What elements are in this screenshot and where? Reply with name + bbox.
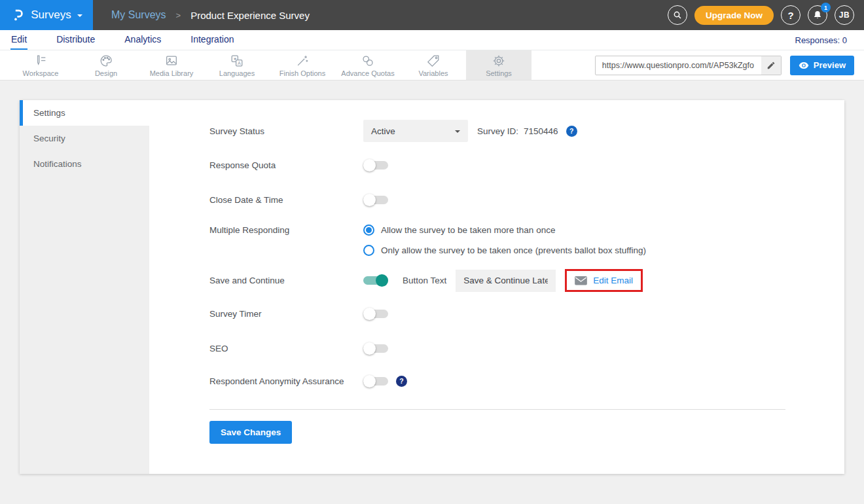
survey-status-select[interactable]: Active [363, 120, 468, 142]
multiple-responding-options: Allow the survey to be taken more than o… [363, 223, 646, 256]
chevron-down-icon [455, 130, 460, 135]
toolbar-item-label: Workspace [23, 69, 59, 77]
content-area: Settings Security Notifications Survey S… [0, 81, 864, 494]
languages-icon: ★ A [230, 54, 244, 68]
respondent-anonymity-toggle[interactable] [363, 377, 388, 386]
search-button[interactable] [668, 5, 687, 25]
toolbar-item-label: Finish Options [279, 69, 325, 77]
notifications-button[interactable]: 1 [808, 5, 827, 25]
survey-timer-label: Survey Timer [209, 309, 363, 319]
response-quota-row: Response Quota [209, 154, 785, 176]
save-and-continue-toggle[interactable] [363, 276, 388, 285]
close-date-toggle[interactable] [363, 196, 388, 204]
multiple-responding-label: Multiple Responding [209, 225, 363, 235]
button-text-input[interactable] [456, 270, 556, 292]
anonymity-help-icon[interactable]: ? [396, 376, 407, 387]
survey-url-box [595, 56, 782, 75]
toolbar-item-label: Media Library [150, 69, 194, 77]
survey-url-input[interactable] [596, 56, 761, 75]
toggle-knob [363, 375, 376, 387]
toolbar-item-media-library[interactable]: Media Library [139, 50, 204, 80]
survey-timer-row: Survey Timer [209, 302, 785, 325]
toolbar-item-settings[interactable]: Settings [466, 50, 531, 80]
chevron-down-icon [77, 14, 82, 20]
breadcrumb-my-surveys[interactable]: My Surveys [111, 9, 166, 21]
design-icon [99, 54, 113, 68]
search-icon [672, 10, 683, 20]
seo-row: SEO [209, 337, 785, 359]
tab-analytics[interactable]: Analytics [124, 30, 162, 50]
top-header: Surveys My Surveys > Product Experience … [0, 0, 864, 30]
settings-card: Settings Security Notifications Survey S… [20, 100, 844, 474]
close-date-row: Close Date & Time [209, 189, 785, 211]
edit-url-button[interactable] [761, 56, 781, 75]
finish-options-icon [295, 54, 310, 68]
toggle-knob [363, 308, 376, 320]
eye-icon [799, 62, 809, 69]
survey-status-label: Survey Status [209, 126, 363, 136]
tab-distribute[interactable]: Distribute [56, 30, 96, 50]
multiple-responding-row: Multiple Responding Allow the survey to … [209, 223, 785, 256]
media-library-icon [164, 54, 179, 68]
breadcrumb-current-survey: Product Experience Survey [190, 10, 310, 21]
toolbar-item-variables[interactable]: Variables [401, 50, 466, 80]
advance-quotas-icon [361, 54, 375, 68]
svg-text:A: A [238, 60, 241, 65]
toolbar-item-label: Languages [219, 69, 255, 77]
sidebar-item-notifications[interactable]: Notifications [20, 151, 149, 177]
seo-toggle[interactable] [363, 344, 388, 353]
variables-icon [426, 54, 441, 68]
toolbar-item-label: Settings [486, 69, 512, 77]
app-menu-surveys[interactable]: Surveys [0, 0, 93, 30]
form-divider [209, 409, 785, 410]
sidebar-item-security[interactable]: Security [20, 126, 149, 151]
preview-button[interactable]: Preview [790, 56, 854, 75]
sidebar-item-settings[interactable]: Settings [20, 100, 149, 126]
save-changes-button[interactable]: Save Changes [209, 421, 292, 444]
radio-option-allow-multiple[interactable]: Allow the survey to be taken more than o… [363, 225, 646, 236]
survey-id-help-icon[interactable]: ? [566, 126, 577, 137]
toolbar-item-finish-options[interactable]: Finish Options [270, 50, 335, 80]
upgrade-now-button[interactable]: Upgrade Now [694, 6, 774, 25]
breadcrumb-separator: > [176, 10, 181, 20]
survey-status-value: Active [371, 126, 395, 136]
toolbar-item-design[interactable]: Design [73, 50, 139, 80]
respondent-anonymity-label: Respondent Anonymity Assurance [209, 376, 363, 386]
question-mark-icon: ? [787, 10, 793, 21]
toolbar-item-languages[interactable]: ★ A Languages [204, 50, 270, 80]
app-menu-label: Surveys [31, 9, 71, 22]
responses-count: Responses: 0 [795, 30, 848, 50]
help-button[interactable]: ? [781, 5, 801, 25]
respondent-anonymity-row: Respondent Anonymity Assurance ? [209, 370, 785, 392]
tab-integration[interactable]: Integration [190, 30, 234, 50]
preview-label: Preview [814, 60, 846, 70]
survey-nav-tabs: Edit Distribute Analytics Integration Re… [0, 30, 864, 50]
radio-option-label: Allow the survey to be taken more than o… [381, 225, 555, 235]
button-text-label: Button Text [403, 276, 446, 285]
save-and-continue-row: Save and Continue Button Text Edit Email [209, 269, 785, 292]
radio-option-only-once[interactable]: Only allow the survey to be taken once (… [363, 245, 646, 256]
toggle-knob [363, 194, 376, 206]
avatar-initials: JB [839, 10, 850, 20]
header-actions: Upgrade Now ? 1 JB [668, 0, 864, 30]
response-quota-toggle[interactable] [363, 161, 388, 170]
breadcrumb: My Surveys > Product Experience Survey [93, 0, 310, 30]
survey-timer-toggle[interactable] [363, 310, 388, 318]
tab-edit[interactable]: Edit [10, 30, 27, 50]
bell-icon [812, 10, 823, 20]
survey-id-value: 7150446 [524, 126, 558, 136]
toolbar-item-label: Advance Quotas [341, 69, 394, 77]
radio-unselected-icon [363, 245, 374, 256]
toolbar-right: Preview [595, 50, 864, 80]
toggle-knob [363, 342, 376, 355]
toolbar-item-label: Variables [418, 69, 448, 77]
toolbar-item-workspace[interactable]: Workspace [8, 50, 73, 80]
user-avatar[interactable]: JB [835, 5, 854, 25]
edit-email-link[interactable]: Edit Email [593, 276, 633, 285]
envelope-icon [575, 276, 587, 285]
toolbar-item-advance-quotas[interactable]: Advance Quotas [335, 50, 401, 80]
close-date-label: Close Date & Time [209, 195, 363, 205]
save-and-continue-label: Save and Continue [209, 276, 363, 285]
edit-email-highlight: Edit Email [565, 269, 643, 292]
settings-sidebar: Settings Security Notifications [20, 100, 149, 474]
